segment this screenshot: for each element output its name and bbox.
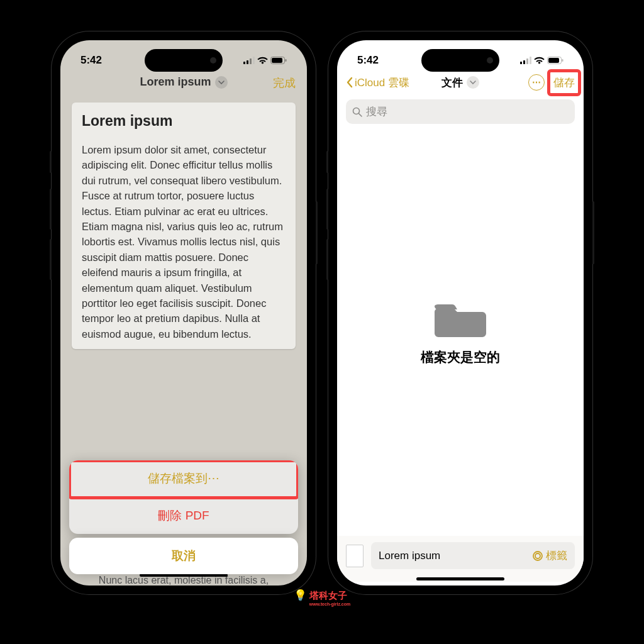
svg-rect-9 xyxy=(526,58,528,64)
svg-rect-1 xyxy=(247,60,248,64)
file-thumbnail xyxy=(346,545,364,567)
svg-rect-12 xyxy=(548,58,559,63)
power-button xyxy=(592,201,594,264)
cancel-button[interactable]: 取消 xyxy=(69,538,298,574)
svg-point-17 xyxy=(535,553,540,558)
svg-rect-0 xyxy=(243,62,245,64)
delete-pdf-button[interactable]: 刪除 PDF xyxy=(69,497,298,534)
empty-text: 檔案夾是空的 xyxy=(421,348,500,366)
svg-point-16 xyxy=(533,552,542,560)
doc-body: Lorem ipsum dolor sit amet, consectetur … xyxy=(82,142,286,341)
dynamic-island xyxy=(421,49,499,72)
cellular-icon xyxy=(520,57,531,64)
title-menu-button[interactable] xyxy=(467,76,479,89)
volume-button xyxy=(326,151,328,173)
done-button[interactable]: 完成 xyxy=(273,75,296,91)
more-button[interactable]: ⋯ xyxy=(528,74,545,91)
power-button xyxy=(316,201,318,264)
chevron-down-icon xyxy=(218,79,225,86)
status-time: 5:42 xyxy=(80,54,102,67)
battery-icon xyxy=(270,57,287,64)
volume-button xyxy=(50,189,52,230)
save-button[interactable]: 儲存 xyxy=(553,77,575,89)
search-icon xyxy=(352,107,362,117)
filename-text: Lorem ipsum xyxy=(379,550,532,562)
dynamic-island xyxy=(145,49,223,72)
svg-rect-6 xyxy=(286,59,287,62)
svg-rect-5 xyxy=(272,58,282,63)
filename-field[interactable]: Lorem ipsum 標籤 xyxy=(371,542,575,569)
volume-button xyxy=(326,239,328,280)
chevron-left-icon xyxy=(346,77,353,88)
wifi-icon xyxy=(257,57,268,64)
svg-rect-3 xyxy=(253,57,255,64)
title-menu-button[interactable] xyxy=(215,76,228,89)
watermark: 💡 塔科女子 www.tech-girlz.com xyxy=(294,589,350,606)
phone-right: 5:42 iCloud 雲碟 文件 xyxy=(328,31,592,594)
search-placeholder: 搜尋 xyxy=(366,104,387,119)
home-indicator xyxy=(416,577,504,580)
doc-header-title: Lorem ipsum xyxy=(140,75,211,89)
phone-left: 5:42 Lorem ipsum 完成 Lorem ipsum L xyxy=(52,31,316,594)
svg-line-15 xyxy=(359,113,362,116)
volume-button xyxy=(326,189,328,230)
bottom-bar: Lorem ipsum 標籤 xyxy=(337,536,584,582)
svg-rect-13 xyxy=(562,59,564,62)
tag-icon xyxy=(532,550,543,562)
folder-title: 文件 xyxy=(441,75,479,90)
tag-button[interactable]: 標籤 xyxy=(532,548,567,563)
svg-rect-2 xyxy=(250,58,252,64)
save-file-button[interactable]: 儲存檔案到⋯ xyxy=(69,460,298,497)
back-label: iCloud 雲碟 xyxy=(355,75,409,90)
battery-icon xyxy=(547,57,564,64)
status-time: 5:42 xyxy=(357,54,379,67)
wifi-icon xyxy=(534,57,545,64)
back-button[interactable]: iCloud 雲碟 xyxy=(346,75,409,90)
search-field[interactable]: 搜尋 xyxy=(346,99,575,124)
tag-label: 標籤 xyxy=(546,548,567,563)
svg-rect-7 xyxy=(520,62,522,64)
chevron-down-icon xyxy=(470,79,476,86)
svg-rect-8 xyxy=(523,60,525,64)
volume-button xyxy=(50,239,52,280)
folder-icon xyxy=(435,299,486,338)
ellipsis-icon: ⋯ xyxy=(532,77,541,87)
volume-button xyxy=(50,151,52,173)
document-preview: Lorem ipsum Lorem ipsum dolor sit amet, … xyxy=(72,103,296,349)
svg-rect-10 xyxy=(530,57,531,64)
cellular-icon xyxy=(243,57,255,64)
empty-state: 檔案夾是空的 xyxy=(337,129,584,536)
bulb-icon: 💡 xyxy=(294,589,307,602)
doc-title: Lorem ipsum xyxy=(82,113,286,130)
action-sheet: 儲存檔案到⋯ 刪除 PDF xyxy=(69,460,298,534)
